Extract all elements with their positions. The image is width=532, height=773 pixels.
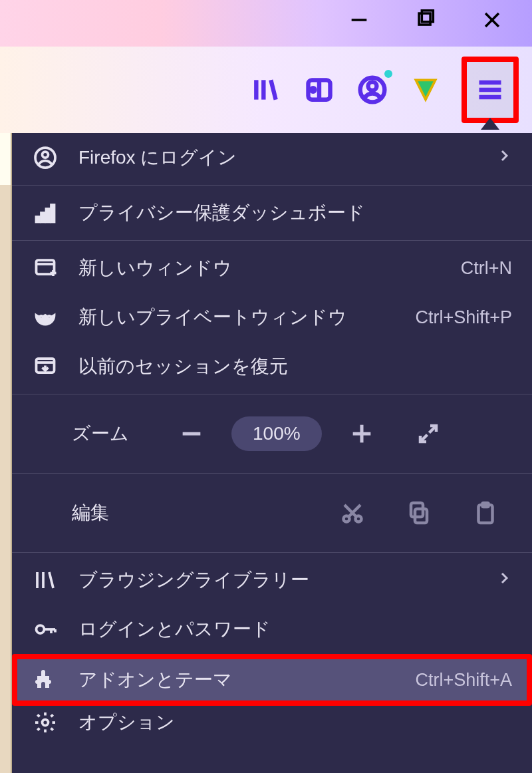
window-plus-icon xyxy=(32,255,59,281)
edit-label: 編集 xyxy=(32,500,152,526)
puzzle-icon xyxy=(32,667,59,693)
gear-icon xyxy=(32,709,59,736)
shortcut: Ctrl+Shift+A xyxy=(415,670,512,691)
paste-button[interactable] xyxy=(459,493,512,533)
shortcut: Ctrl+Shift+P xyxy=(415,307,512,328)
shortcut: Ctrl+N xyxy=(461,258,512,279)
menu-label: 新しいプライベートウィンドウ xyxy=(78,305,395,330)
menu-label: アドオンとテーマ xyxy=(78,667,395,693)
zoom-in-button[interactable] xyxy=(335,414,388,454)
restore-icon xyxy=(32,353,59,380)
download-icon[interactable] xyxy=(408,73,443,107)
zoom-label: ズーム xyxy=(32,421,152,446)
menu-label: オプション xyxy=(78,710,512,735)
zoom-out-button[interactable] xyxy=(165,414,218,454)
menu-label: プライバシー保護ダッシュボード xyxy=(78,200,512,226)
menu-new-private-window[interactable]: 新しいプライベートウィンドウ Ctrl+Shift+P xyxy=(12,293,532,342)
app-menu-panel: Firefox にログイン プライバシー保護ダッシュボード 新しいウィンドウ C… xyxy=(12,133,532,773)
cut-button[interactable] xyxy=(326,493,379,533)
chevron-right-icon xyxy=(496,569,512,591)
svg-point-27 xyxy=(48,316,51,319)
menu-logins[interactable]: ログインとパスワード xyxy=(12,605,532,654)
svg-rect-20 xyxy=(47,209,50,222)
menu-pointer-icon xyxy=(481,118,499,130)
menu-library[interactable]: ブラウジングライブラリー xyxy=(12,555,532,605)
close-button[interactable] xyxy=(459,0,525,40)
toolbar xyxy=(0,47,532,133)
notification-dot-icon xyxy=(384,70,392,78)
account-icon xyxy=(32,144,59,171)
page-edge xyxy=(0,133,12,773)
separator xyxy=(12,552,532,553)
app-menu-button-highlight xyxy=(462,57,519,123)
menu-zoom-row: ズーム 100% xyxy=(12,397,532,470)
svg-rect-18 xyxy=(37,217,40,222)
menu-restore-session[interactable]: 以前のセッションを復元 xyxy=(12,342,532,391)
window-titlebar xyxy=(0,0,532,47)
menu-signin[interactable]: Firefox にログイン xyxy=(12,133,532,182)
menu-options[interactable]: オプション xyxy=(12,706,532,739)
zoom-percent[interactable]: 100% xyxy=(231,416,322,451)
app-menu-button[interactable] xyxy=(470,70,510,110)
separator xyxy=(12,240,532,241)
sidebar-icon[interactable] xyxy=(302,73,336,107)
account-icon[interactable] xyxy=(355,73,390,107)
menu-label: ブラウジングライブラリー xyxy=(78,567,476,593)
separator xyxy=(12,394,532,394)
svg-point-10 xyxy=(311,88,315,92)
library-icon xyxy=(32,567,59,593)
menu-new-window[interactable]: 新しいウィンドウ Ctrl+N xyxy=(12,243,532,293)
minimize-button[interactable] xyxy=(326,0,392,40)
svg-line-45 xyxy=(49,572,53,588)
svg-line-7 xyxy=(271,80,275,99)
fullscreen-button[interactable] xyxy=(402,414,455,454)
shield-chart-icon xyxy=(32,200,59,226)
library-icon[interactable] xyxy=(249,73,283,107)
menu-label: 以前のセッションを復元 xyxy=(78,354,512,379)
menu-label: Firefox にログイン xyxy=(78,145,476,170)
svg-point-12 xyxy=(368,82,377,90)
svg-point-26 xyxy=(40,316,43,319)
key-icon xyxy=(32,616,59,643)
svg-point-46 xyxy=(37,625,45,633)
menu-label: ログインとパスワード xyxy=(78,617,512,642)
svg-rect-19 xyxy=(41,213,45,222)
separator xyxy=(12,185,532,186)
maximize-button[interactable] xyxy=(392,0,459,40)
menu-label: 新しいウィンドウ xyxy=(78,255,441,281)
menu-addons-highlight[interactable]: アドオンとテーマ Ctrl+Shift+A xyxy=(12,654,532,706)
mask-icon xyxy=(32,304,59,331)
svg-point-50 xyxy=(43,720,49,726)
copy-button[interactable] xyxy=(392,493,446,533)
separator xyxy=(12,473,532,474)
menu-privacy-dashboard[interactable]: プライバシー保護ダッシュボード xyxy=(12,188,532,237)
menu-edit-row: 編集 xyxy=(12,476,532,549)
svg-rect-21 xyxy=(51,205,55,222)
svg-point-17 xyxy=(43,152,49,158)
chevron-right-icon xyxy=(496,147,512,168)
